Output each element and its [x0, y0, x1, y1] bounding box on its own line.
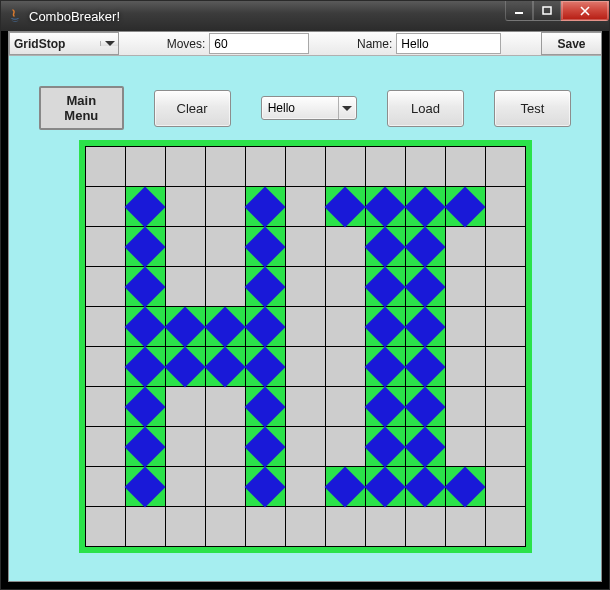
grid-cell[interactable] [245, 267, 285, 307]
grid-cell[interactable] [85, 387, 125, 427]
grid-cell[interactable] [205, 467, 245, 507]
grid-cell[interactable] [325, 147, 365, 187]
grid-cell[interactable] [285, 187, 325, 227]
grid-cell[interactable] [445, 347, 485, 387]
grid-cell[interactable] [205, 427, 245, 467]
grid-cell[interactable] [165, 187, 205, 227]
grid-cell[interactable] [445, 307, 485, 347]
grid-cell[interactable] [205, 347, 245, 387]
main-menu-button[interactable]: Main Menu [39, 86, 124, 130]
grid-cell[interactable] [125, 427, 165, 467]
grid-cell[interactable] [125, 347, 165, 387]
grid-cell[interactable] [125, 467, 165, 507]
grid-cell[interactable] [485, 227, 525, 267]
grid-cell[interactable] [405, 267, 445, 307]
grid-cell[interactable] [205, 187, 245, 227]
grid-cell[interactable] [165, 467, 205, 507]
grid-cell[interactable] [165, 147, 205, 187]
grid-cell[interactable] [485, 187, 525, 227]
grid-cell[interactable] [365, 387, 405, 427]
grid-cell[interactable] [485, 267, 525, 307]
grid-cell[interactable] [205, 387, 245, 427]
grid-cell[interactable] [85, 227, 125, 267]
grid-cell[interactable] [445, 427, 485, 467]
grid-cell[interactable] [325, 267, 365, 307]
load-button[interactable]: Load [387, 90, 464, 127]
grid-cell[interactable] [285, 387, 325, 427]
grid-cell[interactable] [245, 187, 285, 227]
grid-cell[interactable] [245, 507, 285, 547]
titlebar[interactable]: ComboBreaker! [1, 1, 609, 31]
grid-cell[interactable] [245, 147, 285, 187]
grid-cell[interactable] [325, 227, 365, 267]
grid-cell[interactable] [485, 507, 525, 547]
grid-cell[interactable] [365, 147, 405, 187]
grid-cell[interactable] [285, 427, 325, 467]
grid-cell[interactable] [485, 347, 525, 387]
name-input[interactable] [396, 33, 501, 54]
grid-cell[interactable] [285, 467, 325, 507]
grid-cell[interactable] [245, 347, 285, 387]
grid-cell[interactable] [365, 307, 405, 347]
grid-cell[interactable] [405, 307, 445, 347]
grid-cell[interactable] [85, 427, 125, 467]
grid-cell[interactable] [165, 507, 205, 547]
level-select[interactable]: Hello [261, 96, 357, 120]
grid-cell[interactable] [85, 267, 125, 307]
grid-cell[interactable] [445, 387, 485, 427]
grid-cell[interactable] [365, 187, 405, 227]
grid-cell[interactable] [165, 227, 205, 267]
grid-cell[interactable] [485, 307, 525, 347]
grid-cell[interactable] [205, 267, 245, 307]
grid-cell[interactable] [325, 347, 365, 387]
gridstop-dropdown[interactable]: GridStop [9, 32, 119, 55]
grid-cell[interactable] [125, 307, 165, 347]
grid-cell[interactable] [445, 147, 485, 187]
grid-cell[interactable] [85, 507, 125, 547]
grid-cell[interactable] [405, 187, 445, 227]
grid-cell[interactable] [325, 467, 365, 507]
grid-cell[interactable] [445, 267, 485, 307]
grid-cell[interactable] [125, 507, 165, 547]
grid-cell[interactable] [365, 467, 405, 507]
maximize-button[interactable] [533, 1, 561, 21]
grid-cell[interactable] [245, 387, 285, 427]
grid-cell[interactable] [285, 267, 325, 307]
grid-cell[interactable] [165, 347, 205, 387]
grid-cell[interactable] [445, 507, 485, 547]
grid-cell[interactable] [325, 427, 365, 467]
grid-cell[interactable] [285, 147, 325, 187]
grid-cell[interactable] [285, 507, 325, 547]
grid-cell[interactable] [245, 227, 285, 267]
grid-cell[interactable] [365, 427, 405, 467]
close-button[interactable] [561, 1, 609, 21]
grid-cell[interactable] [405, 387, 445, 427]
grid-cell[interactable] [285, 347, 325, 387]
grid-cell[interactable] [285, 227, 325, 267]
grid-cell[interactable] [405, 427, 445, 467]
grid-cell[interactable] [325, 507, 365, 547]
grid-cell[interactable] [85, 467, 125, 507]
grid-cell[interactable] [445, 187, 485, 227]
grid-cell[interactable] [165, 307, 205, 347]
grid-cell[interactable] [165, 387, 205, 427]
grid-cell[interactable] [485, 467, 525, 507]
grid-cell[interactable] [405, 507, 445, 547]
grid-cell[interactable] [125, 227, 165, 267]
grid-cell[interactable] [205, 307, 245, 347]
grid-cell[interactable] [205, 147, 245, 187]
grid-cell[interactable] [245, 467, 285, 507]
grid-cell[interactable] [165, 267, 205, 307]
grid-cell[interactable] [325, 307, 365, 347]
grid-cell[interactable] [125, 187, 165, 227]
test-button[interactable]: Test [494, 90, 571, 127]
grid-cell[interactable] [325, 387, 365, 427]
grid-cell[interactable] [85, 307, 125, 347]
grid-cell[interactable] [405, 227, 445, 267]
grid-cell[interactable] [245, 307, 285, 347]
grid-cell[interactable] [405, 347, 445, 387]
save-button[interactable]: Save [541, 32, 601, 55]
grid-cell[interactable] [485, 427, 525, 467]
grid-cell[interactable] [205, 507, 245, 547]
grid-cell[interactable] [485, 147, 525, 187]
